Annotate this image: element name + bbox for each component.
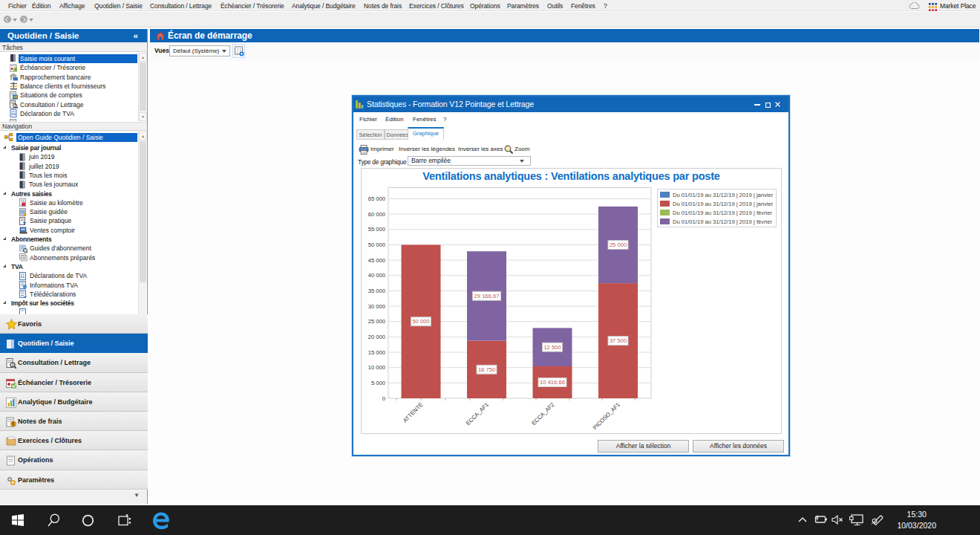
svg-text:ATTENTE: ATTENTE xyxy=(402,401,424,424)
svg-text:10 416,66: 10 416,66 xyxy=(540,379,565,386)
svg-text:25 000: 25 000 xyxy=(610,241,627,248)
svg-text:55 000: 55 000 xyxy=(368,226,385,233)
svg-text:5 000: 5 000 xyxy=(371,380,385,386)
svg-text:65 000: 65 000 xyxy=(368,195,385,202)
svg-text:45 000: 45 000 xyxy=(368,257,385,264)
svg-text:i: i xyxy=(24,285,25,289)
svg-text:15 000: 15 000 xyxy=(368,349,385,356)
svg-text:40 000: 40 000 xyxy=(368,272,385,279)
svg-text:35 000: 35 000 xyxy=(368,288,385,294)
svg-text:€: € xyxy=(12,421,15,427)
svg-text:ECCA_AF2: ECCA_AF2 xyxy=(530,401,555,427)
svg-text:20 000: 20 000 xyxy=(368,334,385,340)
svg-text:25 000: 25 000 xyxy=(368,318,385,325)
svg-text:30 000: 30 000 xyxy=(368,303,385,310)
svg-text:PICOSO_AF1: PICOSO_AF1 xyxy=(592,401,621,431)
svg-text:12 500: 12 500 xyxy=(543,344,561,351)
svg-text:29 166,67: 29 166,67 xyxy=(474,293,500,299)
svg-text:10 000: 10 000 xyxy=(368,364,385,371)
svg-text:0: 0 xyxy=(382,395,385,402)
svg-text:50 000: 50 000 xyxy=(412,318,429,325)
svg-text:37 500: 37 500 xyxy=(610,337,627,344)
svg-text:ECCA_AF1: ECCA_AF1 xyxy=(465,401,490,427)
svg-text:18 750: 18 750 xyxy=(478,366,495,373)
svg-text:60 000: 60 000 xyxy=(368,211,385,218)
svg-text:50 000: 50 000 xyxy=(368,241,385,248)
